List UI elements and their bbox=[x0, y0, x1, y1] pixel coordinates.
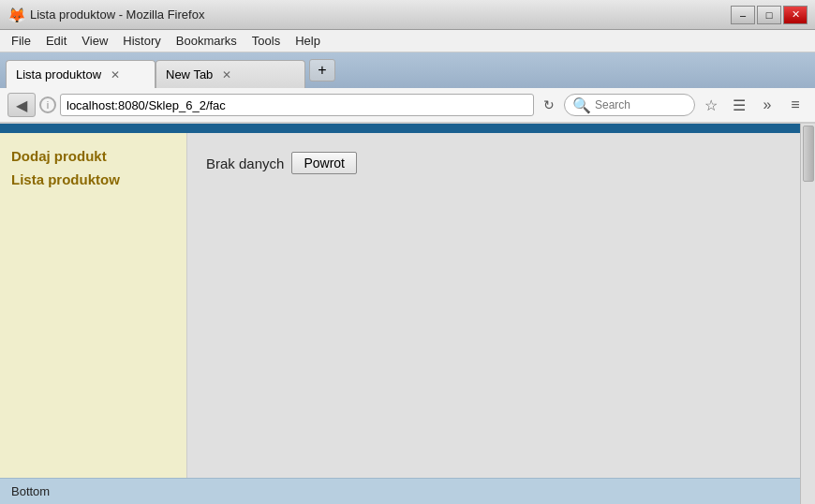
title-bar: 🦊 Lista produktow - Mozilla Firefox – □ … bbox=[0, 0, 815, 30]
reading-list-icon[interactable]: ☰ bbox=[727, 93, 751, 117]
search-bar[interactable]: 🔍 bbox=[564, 94, 695, 116]
powrot-button[interactable]: Powrot bbox=[291, 152, 357, 174]
menu-file[interactable]: File bbox=[4, 32, 38, 50]
info-icon[interactable]: i bbox=[39, 96, 56, 113]
menu-help[interactable]: Help bbox=[288, 32, 328, 50]
sidebar-link-dodaj[interactable]: Dodaj produkt bbox=[11, 148, 175, 164]
maximize-button[interactable]: □ bbox=[757, 6, 781, 24]
sidebar: Dodaj produkt Lista produktow bbox=[0, 133, 187, 478]
tab-new-tab[interactable]: New Tab ✕ bbox=[156, 60, 305, 88]
menu-bookmarks[interactable]: Bookmarks bbox=[169, 32, 244, 50]
tab-close-active[interactable]: ✕ bbox=[111, 68, 120, 82]
tab-bar: Lista produktow ✕ New Tab ✕ + bbox=[0, 52, 815, 88]
menu-view[interactable]: View bbox=[74, 32, 115, 50]
tab-close-inactive[interactable]: ✕ bbox=[222, 68, 231, 82]
search-input[interactable] bbox=[595, 98, 679, 111]
tab-active-label: Lista produktow bbox=[16, 67, 101, 82]
address-bar: ◀ i ↻ 🔍 ☆ ☰ » ≡ bbox=[0, 88, 815, 124]
more-tools-icon[interactable]: » bbox=[755, 93, 779, 117]
browser-window: Dodaj produkt Lista produktow Brak danyc… bbox=[0, 124, 815, 504]
menu-history[interactable]: History bbox=[115, 32, 168, 50]
content-row: Brak danych Powrot bbox=[206, 152, 781, 174]
window-controls: – □ ✕ bbox=[731, 6, 808, 24]
blue-accent-bar bbox=[0, 124, 800, 133]
menu-edit[interactable]: Edit bbox=[38, 32, 74, 50]
main-content: Brak danych Powrot bbox=[187, 133, 800, 478]
window-title: Lista produktow - Mozilla Firefox bbox=[30, 7, 204, 22]
minimize-button[interactable]: – bbox=[731, 6, 755, 24]
bookmark-star-icon[interactable]: ☆ bbox=[699, 93, 723, 117]
tab-inactive-label: New Tab bbox=[166, 67, 213, 82]
sidebar-link-lista[interactable]: Lista produktow bbox=[11, 171, 175, 187]
scrollbar[interactable] bbox=[800, 124, 815, 504]
page-content: Dodaj produkt Lista produktow Brak danyc… bbox=[0, 133, 800, 478]
new-tab-button[interactable]: + bbox=[309, 59, 335, 82]
menu-bar: File Edit View History Bookmarks Tools H… bbox=[0, 30, 815, 52]
hamburger-menu-icon[interactable]: ≡ bbox=[783, 93, 808, 117]
reload-button[interactable]: ↻ bbox=[538, 94, 560, 116]
back-button[interactable]: ◀ bbox=[7, 93, 36, 117]
url-bar[interactable] bbox=[60, 94, 534, 116]
page-wrapper: Dodaj produkt Lista produktow Brak danyc… bbox=[0, 124, 800, 504]
close-button[interactable]: ✕ bbox=[783, 6, 808, 24]
scroll-thumb[interactable] bbox=[803, 126, 814, 182]
footer-text: Bottom bbox=[11, 484, 50, 498]
brak-danych-text: Brak danych bbox=[206, 156, 284, 171]
search-icon: 🔍 bbox=[572, 96, 591, 114]
footer-bar: Bottom bbox=[0, 478, 800, 504]
menu-tools[interactable]: Tools bbox=[244, 32, 288, 50]
firefox-icon: 🦊 bbox=[7, 7, 24, 23]
tab-lista-produktow[interactable]: Lista produktow ✕ bbox=[6, 60, 156, 88]
